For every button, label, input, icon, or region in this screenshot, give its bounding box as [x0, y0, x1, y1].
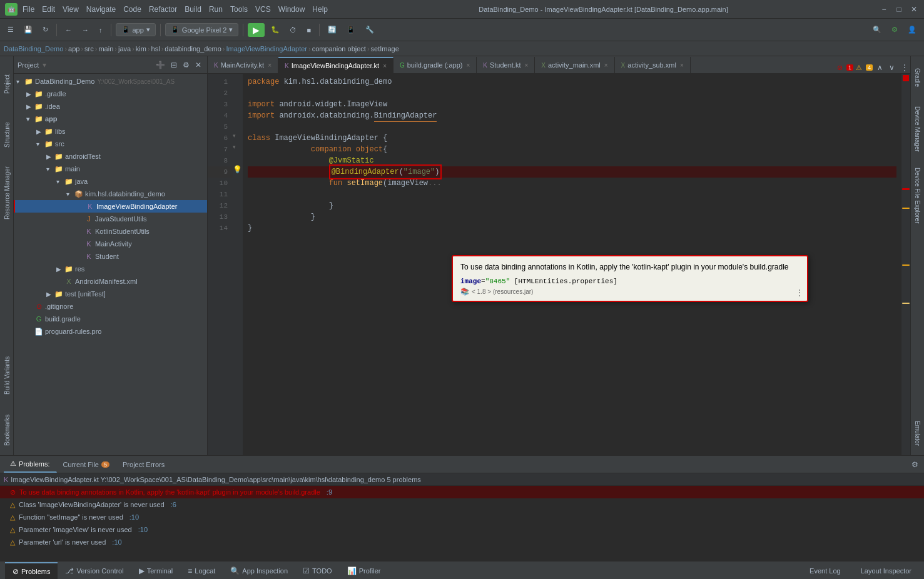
problem-item-2[interactable]: △ Class 'ImageViewBindingAdapter' is nev…	[0, 498, 924, 511]
tree-item-test[interactable]: ▶ 📁 test [unitTest]	[14, 288, 207, 300]
profile-button[interactable]: ⏱	[286, 24, 300, 36]
right-tab-emulator[interactable]: Emulator	[911, 411, 924, 455]
tool-tab-version-control[interactable]: ⎇ Version Control	[58, 562, 131, 580]
breadcrumb-project[interactable]: DataBinding_Demo	[4, 45, 63, 53]
breadcrumb-main[interactable]: main	[98, 45, 113, 53]
tool-tab-problems[interactable]: ⊘ Problems	[5, 562, 58, 580]
tab-close-activity-main[interactable]: ×	[604, 62, 608, 69]
avd-button[interactable]: 📱	[343, 23, 359, 36]
right-tab-device-manager[interactable]: Device Manager	[911, 98, 924, 160]
menu-tools[interactable]: Tools	[230, 5, 248, 14]
editor-down-btn[interactable]: ∨	[887, 62, 896, 73]
tree-item-main[interactable]: ▾ 📁 main	[14, 163, 207, 175]
menu-refactor[interactable]: Refactor	[149, 5, 177, 14]
menu-run[interactable]: Run	[209, 5, 223, 14]
menu-navigate[interactable]: Navigate	[86, 5, 116, 14]
menu-code[interactable]: Code	[123, 5, 141, 14]
editor-tab-student[interactable]: K Student.kt ×	[477, 57, 535, 73]
tree-item-package[interactable]: ▾ 📦 kim.hsl.databinding_demo	[14, 188, 207, 200]
tree-item-gitignore[interactable]: ⊙ .gitignore	[14, 300, 207, 313]
minimize-button[interactable]: −	[879, 4, 889, 14]
sidebar-tab-structure[interactable]: Structure	[1, 110, 13, 160]
breadcrumb-kim[interactable]: kim	[136, 45, 146, 53]
bottom-tab-project-errors[interactable]: Project Errors	[116, 456, 171, 473]
debug-button[interactable]: 🐛	[267, 23, 283, 36]
breadcrumb-src[interactable]: src	[84, 45, 94, 53]
editor-up-btn[interactable]: ∧	[875, 62, 885, 73]
editor-tab-imageviewbinding[interactable]: K ImageViewBindingAdapter.kt ×	[278, 57, 393, 73]
settings-top-right[interactable]: ⚙	[888, 23, 901, 36]
bottom-tab-current-file[interactable]: Current File 5	[57, 456, 116, 473]
menu-edit[interactable]: Edit	[42, 5, 55, 14]
maximize-button[interactable]: □	[894, 4, 904, 14]
tree-item-libs[interactable]: ▶ 📁 libs	[14, 125, 207, 138]
breadcrumb-pkg[interactable]: databinding_demo	[165, 45, 221, 53]
code-editor[interactable]: 1 2 3 4 5 6 7 8 9 10 11 12 13 14	[208, 74, 910, 455]
tree-item-javastudentutils[interactable]: J JavaStudentUtils	[14, 213, 207, 225]
toolbar-sync[interactable]: ↻	[39, 23, 52, 36]
breadcrumb-hsl[interactable]: hsl	[151, 45, 160, 53]
tool-tab-logcat[interactable]: ≡ Logcat	[180, 562, 223, 580]
panel-add-btn[interactable]: ➕	[154, 59, 167, 71]
menu-help[interactable]: Help	[312, 5, 328, 14]
toolbar-hamburger[interactable]: ☰	[4, 23, 18, 36]
tree-item-kotlinstudentutils[interactable]: K KotlinStudentUtils	[14, 225, 207, 238]
problem-item-3[interactable]: △ Function "setImage" is never used :10	[0, 511, 924, 523]
tooltip-more-icon[interactable]: ⋮	[796, 288, 803, 297]
tree-item-imageviewbindingadapter[interactable]: K ImageViewBindingAdapter	[14, 200, 207, 213]
tree-item-res[interactable]: ▶ 📁 res	[14, 263, 207, 275]
tree-item-idea[interactable]: ▶ 📁 .idea	[14, 100, 207, 113]
sidebar-tab-resource[interactable]: Resource Manager	[1, 161, 13, 224]
editor-tab-mainactivity[interactable]: K MainActivity.kt ×	[208, 57, 278, 73]
sidebar-tab-project[interactable]: Project	[1, 59, 13, 109]
breadcrumb-java[interactable]: java	[118, 45, 131, 53]
problem-item-5[interactable]: △ Parameter 'url' is never used :10	[0, 536, 924, 548]
tree-item-androidtest[interactable]: ▶ 📁 androidTest	[14, 150, 207, 163]
tool-tab-event-log[interactable]: Event Log	[802, 562, 848, 580]
toolbar-save[interactable]: 💾	[20, 23, 36, 36]
right-tab-gradle[interactable]: Gradle	[911, 59, 924, 96]
editor-tab-activity-sub[interactable]: X activity_sub.xml ×	[615, 57, 691, 73]
device-selector[interactable]: 📱 Google Pixel 2 ▾	[165, 23, 239, 36]
bottom-tab-problems[interactable]: ⚠ Problems:	[4, 456, 57, 473]
sync-gradle[interactable]: 🔄	[324, 23, 340, 36]
tab-close-imageviewbinding[interactable]: ×	[383, 63, 387, 69]
tool-tab-terminal[interactable]: ▶ Terminal	[131, 562, 181, 580]
right-tab-device-file[interactable]: Device File Explorer	[911, 161, 924, 230]
search-button[interactable]: 🔍	[869, 23, 885, 36]
tab-close-buildgradle[interactable]: ×	[466, 62, 470, 69]
editor-tab-buildgradle[interactable]: G build.gradle (:app) ×	[393, 57, 477, 73]
tree-item-src[interactable]: ▾ 📁 src	[14, 138, 207, 150]
tree-item-build-gradle[interactable]: G build.gradle	[14, 313, 207, 325]
menu-window[interactable]: Window	[278, 5, 305, 14]
toolbar-forward[interactable]: →	[78, 24, 93, 36]
breadcrumb-app[interactable]: app	[68, 45, 79, 53]
toolbar-up[interactable]: ↑	[95, 24, 106, 36]
sdk-button[interactable]: 🔧	[362, 23, 378, 36]
problem-item-1[interactable]: ⊘ To use data binding annotations in Kot…	[0, 486, 924, 498]
file-tree[interactable]: ▾ 📁 DataBinding_Demo Y:\002_WorkSpace\00…	[14, 74, 207, 455]
close-button[interactable]: ✕	[909, 4, 919, 14]
tool-tab-layout-inspector[interactable]: Layout Inspector	[853, 562, 919, 580]
tree-item-student[interactable]: K Student	[14, 250, 207, 263]
window-controls[interactable]: − □ ✕	[879, 4, 919, 14]
stop-button[interactable]: ■	[303, 24, 315, 36]
tree-item-app[interactable]: ▾ 📁 app	[14, 113, 207, 125]
gutter-9-bulb[interactable]: 💡	[233, 164, 243, 175]
account-button[interactable]: 👤	[904, 23, 920, 36]
tree-item-java[interactable]: ▾ 📁 java	[14, 175, 207, 188]
tab-close-activity-sub[interactable]: ×	[680, 62, 684, 69]
menu-build[interactable]: Build	[185, 5, 201, 14]
menu-vcs[interactable]: VCS	[255, 5, 271, 14]
problem-item-4[interactable]: △ Parameter 'imageView' is never used :1…	[0, 523, 924, 536]
panel-settings-btn[interactable]: ⚙	[181, 59, 191, 71]
run-button[interactable]: ▶	[248, 23, 265, 37]
breadcrumb-companion[interactable]: companion object	[312, 45, 366, 53]
module-selector[interactable]: 📱 app ▾	[116, 23, 156, 36]
panel-close-btn[interactable]: ✕	[193, 59, 203, 71]
panel-collapse-btn[interactable]: ⊟	[169, 59, 179, 71]
tree-item-mainactivity[interactable]: K MainActivity	[14, 238, 207, 250]
problems-settings-btn[interactable]: ⚙	[910, 459, 920, 470]
sidebar-tab-bookmarks[interactable]: Bookmarks	[1, 405, 13, 455]
tree-item-manifest[interactable]: X AndroidManifest.xml	[14, 275, 207, 288]
